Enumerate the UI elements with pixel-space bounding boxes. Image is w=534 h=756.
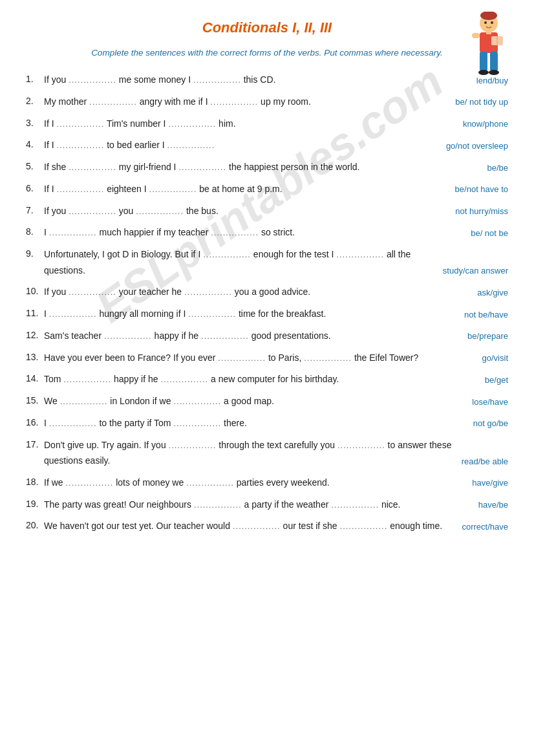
svg-rect-7 [472,33,480,38]
exercise-item: 2. My mother ................ angry with… [26,94,508,110]
fill-dots: ................ [49,418,97,428]
item-content: I ................ much happier if my te… [44,224,465,241]
fill-dots: ................ [69,162,116,172]
exercise-item: 13. Have you ever been to France? If you… [26,350,508,366]
fill-dots: ................ [167,140,215,150]
item-content: My mother ................ angry with me… [44,94,450,110]
fill-dots: ................ [178,162,226,172]
fill-dots: ................ [60,396,108,406]
item-hint: have/be [478,498,508,512]
fill-dots: ................ [211,228,259,237]
exercise-item: 1. If you ................ me some money… [26,72,508,88]
fill-dots: ................ [184,287,232,297]
item-number: 3. [26,116,44,131]
page-title: Conditionals I, II, III [26,19,508,36]
item-content: The party was great! Our neighbours ....… [44,497,473,513]
item-hint: have/give [472,476,508,490]
item-number: 20. [26,518,44,534]
item-content: If she ................ my girl-friend I… [44,159,482,175]
item-hint: be/be [487,161,508,175]
fill-dots: ................ [186,478,234,488]
item-hint: correct/have [462,520,508,534]
fill-dots: ................ [210,97,258,107]
item-hint: lend/buy [476,74,508,88]
item-hint: not be/have [464,308,508,322]
exercise-item: 14. Tom ................ happy if he ...… [26,371,508,387]
item-number: 10. [26,284,44,299]
item-number: 19. [26,497,44,512]
item-number: 16. [26,415,44,431]
item-number: 6. [26,181,44,197]
fill-dots: ................ [63,374,111,384]
fill-dots: ................ [49,228,97,237]
item-content: Sam's teacher ................ happy if … [44,328,462,344]
item-hint: read/be able [462,455,508,469]
item-hint: study/can answer [443,264,508,278]
item-number: 1. [26,72,44,87]
item-hint: go/not oversleep [446,139,508,153]
item-hint: lose/have [472,395,508,409]
item-hint: ask/give [477,286,508,300]
item-number: 17. [26,437,44,453]
fill-dots: ................ [69,75,116,85]
exercise-item: 5. If she ................ my girl-frien… [26,159,508,175]
exercise-item: 7. If you ................ you .........… [26,203,508,219]
fill-dots: ................ [169,440,217,450]
item-number: 2. [26,94,44,109]
item-hint: not hurry/miss [455,204,508,219]
fill-dots: ................ [136,206,184,216]
item-content: Unfortunately, I got D in Biology. But i… [44,246,438,278]
item-hint: be/get [485,373,508,387]
item-content: We haven't got our test yet. Our teacher… [44,518,456,534]
exercise-item: 11. I ................ hungry all mornin… [26,306,508,322]
fill-dots: ................ [56,119,104,129]
item-content: If you ................ me some money I … [44,72,471,88]
fill-dots: ................ [173,418,221,428]
exercise-item: 6. If I ................ eighteen I ....… [26,181,508,197]
fill-dots: ................ [69,206,116,216]
item-hint: be/ not tidy up [455,95,508,109]
svg-rect-8 [486,30,491,34]
item-hint: know/phone [463,117,508,131]
item-number: 14. [26,371,44,387]
fill-dots: ................ [336,250,384,259]
item-content: Don't give up. Try again. If you .......… [44,437,456,469]
item-hint: go/visit [482,351,508,365]
fill-dots: ................ [149,184,197,194]
fill-dots: ................ [56,184,104,194]
item-number: 8. [26,224,44,240]
svg-rect-10 [490,52,498,71]
exercise-item: 17. Don't give up. Try again. If you ...… [26,437,508,469]
fill-dots: ................ [49,309,97,319]
fill-dots: ................ [193,75,241,85]
item-content: If I ................ eighteen I .......… [44,181,450,197]
item-hint: be/ not be [471,226,508,241]
item-number: 4. [26,137,44,153]
fill-dots: ................ [218,353,266,363]
svg-rect-9 [480,52,487,71]
fill-dots: ................ [56,140,104,150]
exercise-item: 20. We haven't got our test yet. Our tea… [26,518,508,534]
item-number: 15. [26,393,44,409]
fill-dots: ................ [201,331,249,341]
fill-dots: ................ [203,250,251,259]
exercise-item: 10. If you ................ your teacher… [26,284,508,300]
fill-dots: ................ [173,396,221,406]
fill-dots: ................ [188,309,236,319]
item-content: Have you ever been to France? If you eve… [44,350,477,366]
fill-dots: ................ [104,331,152,341]
item-content: If you ................ you ............… [44,203,450,219]
exercise-item: 19. The party was great! Our neighbours … [26,497,508,513]
fill-dots: ................ [69,287,116,297]
exercise-item: 18. If we ................ lots of money… [26,475,508,491]
fill-dots: ................ [89,97,137,107]
item-number: 7. [26,203,44,219]
svg-point-3 [491,21,493,24]
item-number: 12. [26,328,44,343]
exercise-item: 16. I ................ to the party if T… [26,415,508,431]
item-content: We ................ in London if we ....… [44,393,467,409]
exercise-item: 3. If I ................ Tim's number I … [26,116,508,132]
exercise-item: 15. We ................ in London if we … [26,393,508,409]
item-content: I ................ to the party if Tom .… [44,415,468,431]
fill-dots: ................ [304,353,352,363]
